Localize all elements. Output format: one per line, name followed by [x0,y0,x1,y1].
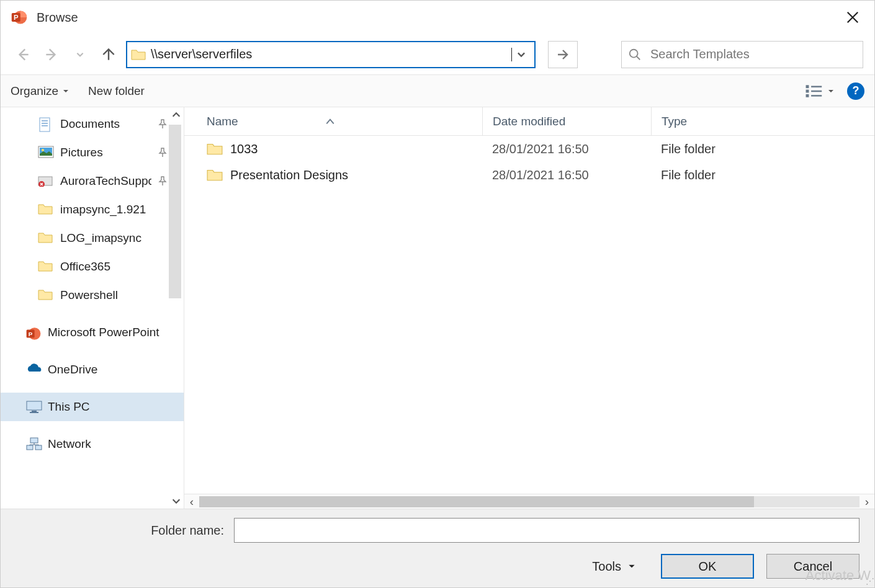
sidebar-scroll-down[interactable] [171,496,181,506]
folder-icon [131,48,146,61]
folder-icon [38,288,54,302]
powerpoint-icon: P [25,326,42,339]
organize-button[interactable]: Organize [11,84,70,98]
svg-rect-6 [806,94,809,97]
window-title: Browse [37,11,841,25]
svg-rect-27 [35,445,42,450]
folder-icon [38,203,54,216]
svg-rect-10 [40,118,50,131]
address-bar[interactable]: \\server\serverfiles [126,41,536,68]
svg-rect-11 [42,120,48,122]
nav-forward-button[interactable] [40,43,63,66]
column-headers[interactable]: Name Date modified Type [184,107,874,136]
nav-recent-dropdown[interactable] [69,43,91,66]
scroll-left-icon[interactable]: ‹ [184,495,199,509]
help-button[interactable]: ? [847,82,864,100]
new-folder-button[interactable]: New folder [88,84,145,98]
folder-icon [38,231,54,245]
network-icon [25,437,42,451]
close-button[interactable] [841,11,864,24]
powerpoint-app-icon: P [11,9,28,26]
svg-rect-26 [27,445,33,450]
sidebar-item-powerpoint[interactable]: P Microsoft PowerPoint [1,318,184,347]
address-path: \\server\serverfiles [151,47,513,61]
cancel-button[interactable]: Cancel [766,554,859,579]
svg-rect-23 [32,411,37,412]
sidebar-item-powershell[interactable]: Powershell [1,281,184,310]
svg-text:P: P [29,331,33,337]
sidebar-item-onedrive[interactable]: OneDrive [1,355,184,384]
file-list: 1033 28/01/2021 16:50 File folder Presen… [184,136,874,494]
svg-rect-12 [42,123,48,124]
sidebar-item-imapsync[interactable]: imapsync_1.921 [1,195,184,224]
search-box[interactable] [621,41,863,68]
folder-name-label: Folder name: [25,523,224,538]
sidebar-item-auroratech[interactable]: AuroraTechSupport [1,167,184,195]
svg-text:P: P [14,14,19,21]
folder-icon [207,142,223,156]
horizontal-scrollbar[interactable]: ‹ › [184,494,874,509]
onedrive-icon [25,363,42,376]
nav-back-button[interactable] [12,43,34,66]
navigation-pane: Documents Pictures AuroraTechSupport ima… [1,107,184,509]
sidebar-item-network[interactable]: Network [1,430,184,458]
svg-point-3 [630,49,638,57]
nav-up-button[interactable] [97,43,120,66]
sidebar-scroll-up[interactable] [171,110,181,120]
folder-icon [38,260,54,274]
svg-rect-9 [811,95,822,96]
sidebar-scrollbar[interactable] [169,125,181,298]
column-date-modified[interactable]: Date modified [482,107,651,135]
ok-button[interactable]: OK [661,554,754,579]
go-button[interactable] [548,41,578,68]
search-icon [628,48,642,61]
sync-error-icon [38,174,54,188]
this-pc-icon [25,400,42,414]
pin-icon [158,148,168,158]
sort-asc-icon [325,118,335,125]
column-type[interactable]: Type [651,107,874,135]
svg-rect-7 [811,86,822,87]
pictures-icon [38,146,54,159]
svg-rect-13 [42,125,48,127]
pin-icon [158,176,168,186]
view-options-button[interactable] [805,84,835,98]
address-history-dropdown[interactable] [512,49,531,60]
folder-icon [207,168,223,182]
resize-grip[interactable]: ⋰ [866,576,873,586]
sidebar-item-log-imapsync[interactable]: LOG_imapsync [1,224,184,252]
svg-rect-22 [27,401,42,410]
folder-name-input[interactable] [234,518,859,543]
scroll-right-icon[interactable]: › [859,495,874,509]
svg-rect-5 [806,89,809,92]
column-name[interactable]: Name [207,115,238,128]
file-row[interactable]: 1033 28/01/2021 16:50 File folder [184,136,874,162]
sidebar-item-documents[interactable]: Documents [1,110,184,138]
sidebar-item-office365[interactable]: Office365 [1,252,184,281]
file-row[interactable]: Presentation Designs 28/01/2021 16:50 Fi… [184,162,874,188]
sidebar-item-pictures[interactable]: Pictures [1,138,184,167]
svg-rect-25 [30,438,38,443]
sidebar-item-this-pc[interactable]: This PC [1,393,184,421]
document-icon [38,117,54,131]
tools-button[interactable]: Tools [592,559,636,574]
svg-rect-8 [811,90,822,91]
svg-point-16 [42,149,44,151]
search-input[interactable] [650,47,856,61]
svg-rect-24 [30,412,38,413]
pin-icon [158,119,168,129]
svg-rect-4 [806,85,809,88]
